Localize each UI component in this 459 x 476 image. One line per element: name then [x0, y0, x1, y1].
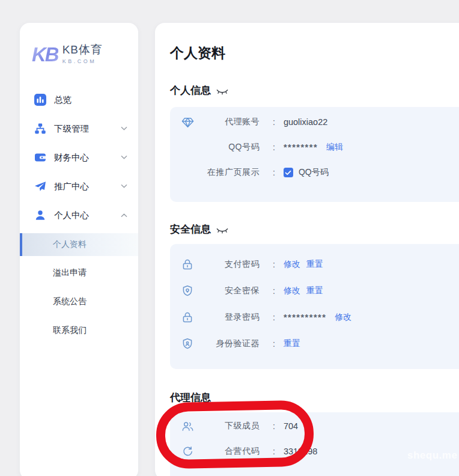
sidebar-subitem-label: 系统公告 — [53, 296, 87, 307]
qq-display-checkbox[interactable] — [284, 168, 293, 177]
modify-login-password-link[interactable]: 修改 — [335, 312, 351, 323]
agent-account-value: guolixiao22 — [284, 117, 327, 127]
logo-name: KB体育 — [62, 44, 103, 56]
sidebar-item-label: 下级管理 — [54, 123, 121, 135]
sidebar-subitem-profile[interactable]: 个人资料 — [20, 233, 138, 256]
sidebar-item-finance-center[interactable]: 财务中心 — [20, 143, 138, 172]
kb-logo-mark: KB — [32, 44, 58, 64]
login-password-masked-value: ********** — [284, 313, 326, 322]
sidebar-item-label: 推广中心 — [54, 181, 121, 192]
sidebar-subitem-contact-us[interactable]: 联系我们 — [20, 316, 138, 345]
reset-security-question-link[interactable]: 重置 — [306, 285, 323, 296]
eye-closed-icon[interactable] — [216, 228, 228, 234]
sidebar-item-personal-center[interactable]: 个人中心 — [20, 201, 138, 230]
display-on-promo-row: 在推广页展示 : QQ号码 — [170, 160, 459, 185]
field-label: 代理账号 — [195, 117, 260, 127]
field-label: 安全密保 — [195, 285, 260, 296]
modify-pay-password-link[interactable]: 修改 — [284, 259, 300, 270]
main-panel: 个人资料 个人信息 代理账号 : guolixiao22 QQ号码 : ****… — [155, 23, 459, 476]
sidebar-subitem-label: 联系我们 — [53, 325, 87, 336]
field-label: 在推广页展示 — [195, 167, 260, 178]
modify-security-question-link[interactable]: 修改 — [284, 285, 300, 296]
subordinate-members-row: 下级成员 : 704 — [170, 413, 459, 439]
lock-icon — [181, 311, 194, 324]
sidebar: KB KB体育 KB.COM 总览 下级管理 — [20, 23, 138, 476]
authenticator-row: 身份验证器 : 重置 — [170, 331, 459, 357]
security-info-card: 支付密码 : 修改 重置 安全密保 : 修改 重置 登录密码 : * — [170, 244, 459, 369]
sidebar-item-promotion-center[interactable]: 推广中心 — [20, 172, 138, 201]
qq-display-checkbox-label: QQ号码 — [299, 167, 329, 178]
sidebar-menu: 总览 下级管理 财务中心 — [20, 85, 138, 345]
edit-qq-link[interactable]: 编辑 — [326, 142, 343, 153]
diamond-icon — [181, 115, 194, 129]
subordinate-members-value: 704 — [284, 421, 298, 431]
chevron-down-icon — [121, 155, 127, 160]
watermark: shequ.me — [407, 450, 457, 462]
chevron-down-icon — [121, 184, 127, 189]
sidebar-subitem-label: 溢出申请 — [53, 267, 87, 278]
field-label: 登录密码 — [195, 312, 260, 323]
qq-number-masked-value: ******** — [284, 142, 318, 152]
paper-plane-icon — [34, 180, 46, 192]
reset-pay-password-link[interactable]: 重置 — [306, 259, 323, 270]
sidebar-subitem-system-announcement[interactable]: 系统公告 — [20, 287, 138, 316]
section-heading-agent-info: 代理信息 — [170, 391, 459, 404]
section-heading-personal-info: 个人信息 — [170, 84, 459, 97]
group-icon — [181, 420, 194, 433]
pay-password-row: 支付密码 : 修改 重置 — [170, 251, 459, 278]
shield-check-icon — [181, 337, 194, 350]
shield-icon — [181, 284, 194, 298]
sidebar-item-label: 个人中心 — [54, 210, 121, 221]
agent-account-row: 代理账号 : guolixiao22 — [170, 109, 459, 135]
page-title: 个人资料 — [170, 44, 459, 62]
login-password-row: 登录密码 : ********** 修改 — [170, 304, 459, 331]
logo-domain: KB.COM — [62, 58, 103, 64]
sidebar-item-label: 总览 — [54, 94, 127, 106]
section-heading-security-info: 安全信息 — [170, 223, 459, 236]
field-label: 支付密码 — [195, 259, 260, 270]
sidebar-item-overview[interactable]: 总览 — [20, 85, 138, 114]
wallet-icon — [34, 151, 46, 163]
app-screen: KB KB体育 KB.COM 总览 下级管理 — [0, 0, 459, 476]
lock-icon — [181, 258, 194, 271]
sidebar-item-label: 财务中心 — [54, 152, 121, 163]
bar-chart-icon — [34, 94, 46, 106]
reset-authenticator-link[interactable]: 重置 — [284, 338, 300, 349]
agent-info-card: 下级成员 : 704 合营代码 : 3319198 — [170, 412, 459, 476]
field-label: 下级成员 — [195, 421, 260, 432]
person-icon — [34, 209, 46, 221]
field-label: 合营代码 — [195, 446, 260, 457]
sidebar-item-subordinate-management[interactable]: 下级管理 — [20, 114, 138, 143]
qq-number-row: QQ号码 : ******** 编辑 — [170, 135, 459, 160]
chevron-down-icon — [121, 126, 127, 131]
eye-closed-icon[interactable] — [216, 89, 228, 96]
sidebar-subitem-overflow-application[interactable]: 溢出申请 — [20, 258, 138, 287]
chevron-up-icon — [121, 213, 127, 218]
affiliate-code-value: 3319198 — [284, 447, 317, 456]
security-question-row: 安全密保 : 修改 重置 — [170, 278, 459, 304]
field-label: 身份验证器 — [195, 338, 260, 349]
logo: KB KB体育 KB.COM — [20, 23, 138, 72]
sidebar-subitem-label: 个人资料 — [53, 239, 87, 250]
sync-icon — [181, 445, 194, 458]
personal-info-card: 代理账号 : guolixiao22 QQ号码 : ******** 编辑 在推… — [170, 107, 459, 202]
field-label: QQ号码 — [195, 142, 260, 153]
org-tree-icon — [34, 123, 46, 135]
